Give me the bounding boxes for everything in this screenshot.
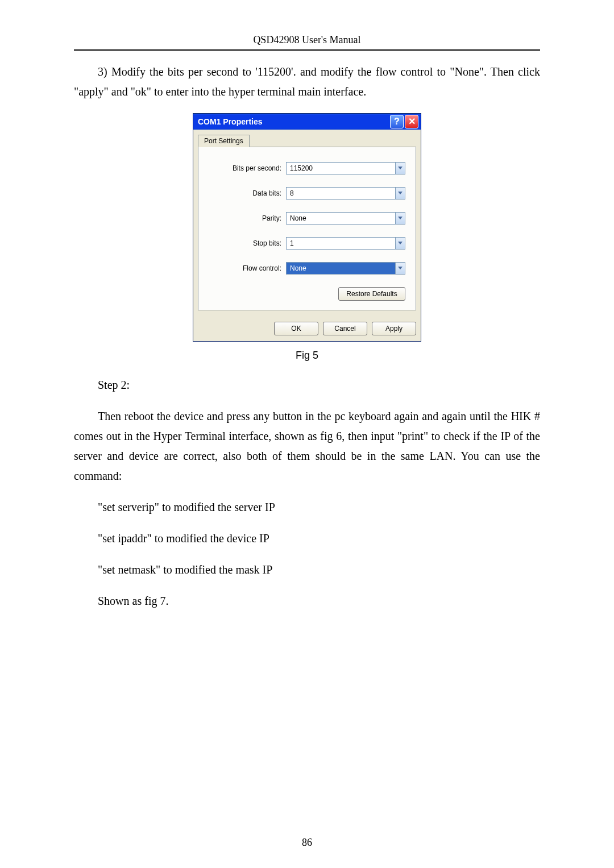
chevron-down-icon[interactable] xyxy=(395,212,405,225)
dialog-button-row: OK Cancel Apply xyxy=(193,316,421,341)
tab-port-settings[interactable]: Port Settings xyxy=(198,135,250,147)
label-stop-bits: Stop bits: xyxy=(209,239,286,247)
input-data-bits[interactable] xyxy=(286,187,395,200)
row-parity: Parity: xyxy=(209,212,405,225)
ok-button[interactable]: OK xyxy=(274,322,318,335)
combo-bits-per-second[interactable] xyxy=(286,162,405,175)
row-flow-control: Flow control: xyxy=(209,262,405,275)
close-icon[interactable]: ✕ xyxy=(405,115,418,128)
row-data-bits: Data bits: xyxy=(209,187,405,200)
cancel-button[interactable]: Cancel xyxy=(323,322,367,335)
input-parity[interactable] xyxy=(286,212,395,225)
svg-marker-1 xyxy=(398,192,403,194)
svg-marker-4 xyxy=(398,267,403,269)
input-flow-control[interactable] xyxy=(286,262,395,275)
input-bits-per-second[interactable] xyxy=(286,162,395,175)
com1-properties-dialog: COM1 Properties ? ✕ Port Settings Bits p… xyxy=(193,113,421,342)
combo-parity[interactable] xyxy=(286,212,405,225)
cmd-ipaddr: "set ipaddr" to modified the device IP xyxy=(74,529,540,549)
chevron-down-icon[interactable] xyxy=(395,262,405,275)
page-number: 86 xyxy=(0,837,614,849)
shown-as-fig7: Shown as fig 7. xyxy=(74,591,540,611)
cmd-serverip: "set serverip" to modified the server IP xyxy=(74,497,540,517)
cmd-netmask: "set netmask" to modified the mask IP xyxy=(74,560,540,580)
paragraph-2: Then reboot the device and press any but… xyxy=(74,406,540,486)
row-bits-per-second: Bits per second: xyxy=(209,162,405,175)
svg-marker-3 xyxy=(398,242,403,244)
header-rule xyxy=(74,49,540,51)
dialog-title: COM1 Properties xyxy=(198,117,389,126)
figure-caption: Fig 5 xyxy=(74,350,540,362)
combo-data-bits[interactable] xyxy=(286,187,405,200)
label-data-bits: Data bits: xyxy=(209,189,286,197)
page-header: QSD42908 User's Manual xyxy=(74,34,540,46)
apply-button[interactable]: Apply xyxy=(372,322,416,335)
chevron-down-icon[interactable] xyxy=(395,237,405,250)
label-bits-per-second: Bits per second: xyxy=(209,164,286,172)
label-flow-control: Flow control: xyxy=(209,264,286,272)
chevron-down-icon[interactable] xyxy=(395,187,405,200)
combo-flow-control[interactable] xyxy=(286,262,405,275)
combo-stop-bits[interactable] xyxy=(286,237,405,250)
step-2-label: Step 2: xyxy=(74,375,540,395)
chevron-down-icon[interactable] xyxy=(395,162,405,175)
label-parity: Parity: xyxy=(209,214,286,222)
port-settings-panel: Bits per second: Data bits: xyxy=(198,147,416,310)
svg-marker-0 xyxy=(398,167,403,169)
svg-marker-2 xyxy=(398,217,403,219)
dialog-titlebar[interactable]: COM1 Properties ? ✕ xyxy=(193,114,421,130)
input-stop-bits[interactable] xyxy=(286,237,395,250)
restore-defaults-button[interactable]: Restore Defaults xyxy=(338,287,405,301)
paragraph-1: 3) Modify the bits per second to '115200… xyxy=(74,62,540,102)
row-stop-bits: Stop bits: xyxy=(209,237,405,250)
help-icon[interactable]: ? xyxy=(390,115,404,128)
